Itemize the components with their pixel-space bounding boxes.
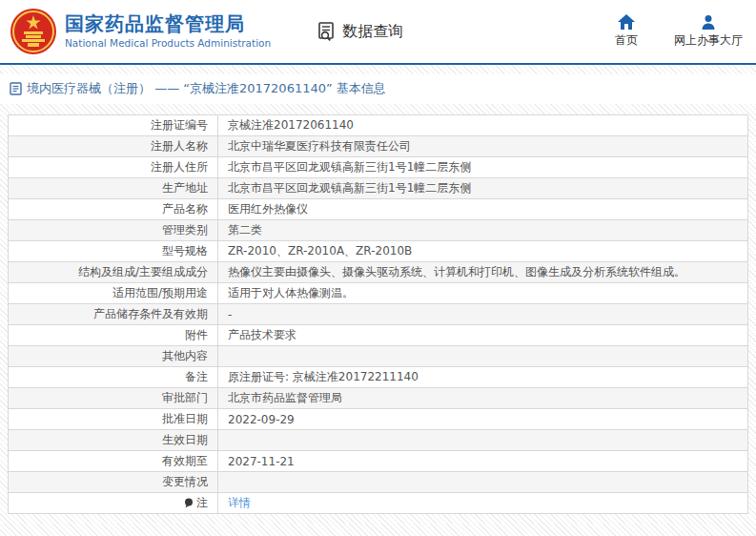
brand-subtitle: National Medical Products Administration	[65, 37, 271, 49]
user-icon	[701, 14, 716, 30]
brand-title: 国家药品监督管理局	[65, 13, 271, 35]
brand-block: 国家药品监督管理局 National Medical Products Admi…	[10, 8, 271, 55]
table-row: 产品名称 医用红外热像仪	[9, 199, 748, 220]
page-header: 国家药品监督管理局 National Medical Products Admi…	[0, 0, 756, 65]
table-row: 管理类别 第二类	[9, 220, 748, 241]
home-label: 首页	[615, 32, 638, 49]
row-label: 批准日期	[9, 409, 218, 430]
row-label: 生效日期	[9, 430, 218, 451]
row-label: 变更情况	[9, 472, 218, 493]
table-row: 生效日期	[9, 430, 748, 451]
row-value: 北京市昌平区回龙观镇高新三街1号1幢二层东侧	[218, 178, 748, 199]
table-row: 生产地址 北京市昌平区回龙观镇高新三街1号1幢二层东侧	[9, 178, 748, 199]
row-label: 注册证编号	[9, 115, 218, 136]
table-row: 注册人名称 北京中瑞华夏医疗科技有限责任公司	[9, 136, 748, 157]
row-value: 热像仪主要由摄像头、摄像头驱动系统、计算机和打印机、图像生成及分析系统软件组成。	[218, 262, 748, 283]
row-value	[218, 346, 748, 367]
row-label: 注册人名称	[9, 136, 218, 157]
table-row: 注册人住所 北京市昌平区回龙观镇高新三街1号1幢二层东侧	[9, 157, 748, 178]
row-value	[218, 472, 748, 493]
row-label: 有效期至	[9, 451, 218, 472]
table-row: 备注 原注册证号: 京械注准20172211140	[9, 367, 748, 388]
row-value: 2022-09-29	[218, 409, 748, 430]
page-title: 境内医疗器械（注册） —— “京械注准20172061140” 基本信息	[27, 80, 386, 97]
table-row: 结构及组成/主要组成成分 热像仪主要由摄像头、摄像头驱动系统、计算机和打印机、图…	[9, 262, 748, 283]
table-row: 适用范围/预期用途 适用于对人体热像测温。	[9, 283, 748, 304]
data-query-button[interactable]: 数据查询	[317, 21, 403, 42]
row-label: 注	[196, 495, 208, 511]
row-label: 注册人住所	[9, 157, 218, 178]
data-query-label: 数据查询	[342, 22, 403, 42]
row-value: 北京市昌平区回龙观镇高新三街1号1幢二层东侧	[218, 157, 748, 178]
note-bubble-icon	[184, 498, 194, 508]
row-label: 生产地址	[9, 178, 218, 199]
row-value: 北京市药品监督管理局	[218, 388, 748, 409]
row-value: 京械注准20172061140	[218, 115, 748, 136]
row-value: 第二类	[218, 220, 748, 241]
table-row: 批准日期 2022-09-29	[9, 409, 748, 430]
national-emblem-logo	[10, 8, 57, 55]
row-value: 北京中瑞华夏医疗科技有限责任公司	[218, 136, 748, 157]
table-row: 附件 产品技术要求	[9, 325, 748, 346]
row-value: 医用红外热像仪	[218, 199, 748, 220]
table-row: 变更情况	[9, 472, 748, 493]
table-row: 其他内容	[9, 346, 748, 367]
table-row: 型号规格 ZR-2010、ZR-2010A、ZR-2010B	[9, 241, 748, 262]
online-service-hall-label: 网上办事大厅	[674, 32, 743, 49]
breadcrumb: 境内医疗器械（注册） —— “京械注准20172061140” 基本信息	[0, 74, 756, 104]
document-search-icon	[317, 21, 337, 42]
table-row: 注 详情	[9, 493, 748, 514]
home-icon	[618, 14, 635, 30]
row-label: 其他内容	[9, 346, 218, 367]
table-row: 产品储存条件及有效期 -	[9, 304, 748, 325]
row-value: -	[218, 304, 748, 325]
row-value: 原注册证号: 京械注准20172211140	[218, 367, 748, 388]
home-button[interactable]: 首页	[615, 14, 638, 49]
row-label: 备注	[9, 367, 218, 388]
row-label: 审批部门	[9, 388, 218, 409]
table-row: 审批部门 北京市药品监督管理局	[9, 388, 748, 409]
online-service-hall-button[interactable]: 网上办事大厅	[674, 14, 743, 49]
row-value: ZR-2010、ZR-2010A、ZR-2010B	[218, 241, 748, 262]
table-row: 有效期至 2027-11-21	[9, 451, 748, 472]
row-value: 适用于对人体热像测温。	[218, 283, 748, 304]
row-value: 产品技术要求	[218, 325, 748, 346]
registration-info-table: 注册证编号 京械注准20172061140 注册人名称 北京中瑞华夏医疗科技有限…	[8, 114, 748, 514]
row-label: 结构及组成/主要组成成分	[9, 262, 218, 283]
row-label: 管理类别	[9, 220, 218, 241]
row-value	[218, 430, 748, 451]
row-value: 2027-11-21	[218, 451, 748, 472]
detail-link[interactable]: 详情	[228, 496, 251, 509]
table-row: 注册证编号 京械注准20172061140	[9, 115, 748, 136]
row-label: 型号规格	[9, 241, 218, 262]
row-label: 适用范围/预期用途	[9, 283, 218, 304]
document-icon	[10, 82, 22, 95]
row-label: 产品储存条件及有效期	[9, 304, 218, 325]
row-label: 附件	[9, 325, 218, 346]
row-label: 产品名称	[9, 199, 218, 220]
